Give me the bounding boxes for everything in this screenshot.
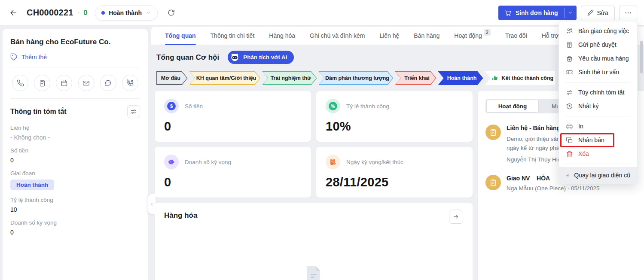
tab-hoat-dong[interactable]: Hoạt động2	[454, 27, 491, 45]
field-lien-he: Liên hệ - Không chọn -	[10, 125, 140, 141]
sidebar-collapse-handle[interactable]	[148, 194, 156, 214]
products-open-button[interactable]	[449, 210, 463, 224]
refresh-icon	[167, 9, 175, 17]
field-value: - Không chọn -	[10, 134, 140, 141]
edit-button[interactable]: Sửa	[581, 6, 615, 20]
menu-item-nhan-ban[interactable]: Nhân bản	[559, 133, 637, 147]
customize-summary-button[interactable]	[127, 105, 140, 118]
generate-order-label: Sinh đơn hàng	[516, 9, 558, 16]
activity-content: Liên hệ - Bán hàng c Demo, giới thiệu sả…	[507, 125, 565, 163]
field-value: 0	[10, 157, 140, 164]
field-ty-le: Tỷ lệ thành công 10	[10, 197, 140, 213]
sms-button[interactable]	[100, 75, 116, 91]
meeting-button[interactable]	[56, 75, 72, 91]
page-scrollbar[interactable]	[640, 41, 643, 73]
menu-item-xoa[interactable]: Xóa	[559, 147, 637, 161]
menu-item-label: Quay lại giao diện cũ	[574, 172, 630, 179]
refresh-button[interactable]	[165, 6, 177, 19]
message-dots-icon	[104, 79, 112, 87]
activity-meta: Nga Mẫuu (One.Piece) · 05/11/2025	[507, 185, 600, 192]
tab-label: Bán hàng	[414, 32, 440, 39]
topbar-actions: Sinh đơn hàng Sửa	[498, 6, 637, 20]
stage-ket-thuc-thanh-cong[interactable]: Kết thúc thành công	[485, 71, 555, 85]
generate-order-more-button[interactable]	[565, 6, 577, 20]
menu-item-yeu-cau-mua-hang[interactable]: Yêu cầu mua hàng	[559, 52, 637, 65]
field-value: 10	[10, 206, 140, 213]
record-count-badge: 0	[83, 9, 87, 17]
tab-lien-he[interactable]: Liên hệ	[379, 27, 399, 45]
metric-label: Doanh số kỳ vọng	[185, 159, 231, 165]
tag-icon	[10, 53, 18, 61]
menu-item-label: Nhật ký	[578, 103, 598, 110]
stage-label: Triển khai	[404, 75, 429, 81]
menu-item-sinh-the-tu-van[interactable]: Sinh thẻ tư vấn	[559, 65, 637, 79]
tab-ban-hang[interactable]: Bán hàng	[414, 27, 440, 45]
tab-label: Tổng quan	[165, 32, 196, 39]
metric-label: Số tiền	[185, 103, 203, 110]
stage-trai-nghiem[interactable]: Trải nghiệm thử	[262, 71, 317, 85]
sliders-icon	[566, 89, 573, 96]
call-button[interactable]	[12, 75, 28, 91]
menu-item-quay-lai-giao-dien-cu[interactable]: Quay lại giao diện cũ	[559, 167, 637, 183]
field-so-tien: Số tiền 0	[10, 147, 140, 164]
percent-icon: %	[326, 99, 340, 113]
sliders-icon	[130, 108, 137, 115]
tab-label: Liên hệ	[379, 32, 399, 39]
record-name: Bán hàng cho EcoFuture Co.	[10, 38, 140, 46]
task-button[interactable]	[34, 75, 50, 91]
back-button[interactable]	[7, 6, 20, 19]
stage-label: Hoàn thành	[447, 75, 477, 81]
generate-order-button[interactable]: Sinh đơn hàng	[498, 6, 564, 20]
trash-icon	[566, 150, 573, 158]
menu-item-label: Tùy chỉnh tóm tắt	[578, 89, 624, 96]
stage-label: KH quan tâm/Giới thiệu	[196, 75, 256, 81]
opportunity-detail-page: CH0000221 · 0 Hoàn thành Sinh đơn hàng	[0, 0, 644, 280]
metric-value: 28/11/2025	[326, 175, 463, 189]
quick-actions	[10, 74, 140, 92]
arrow-left-icon	[9, 8, 18, 18]
tab-badge: 2	[484, 29, 491, 36]
more-actions-button[interactable]	[619, 6, 637, 20]
stage-dam-phan[interactable]: Đàm phán thương lượng	[318, 71, 393, 85]
stage-hoan-thanh[interactable]: Hoàn thành	[438, 71, 483, 85]
tab-thong-tin-chi-tiet[interactable]: Thông tin chi tiết	[211, 27, 255, 45]
call-out-button[interactable]	[122, 75, 138, 91]
add-tag-button[interactable]: Thêm thẻ	[10, 53, 140, 61]
stage-kh-quan-tam[interactable]: KH quan tâm/Giới thiệu	[189, 71, 261, 85]
field-label: Tỷ lệ thành công	[10, 197, 140, 203]
divider	[10, 67, 140, 67]
phone-outgoing-icon	[126, 79, 134, 87]
tab-label: Hàng hóa	[269, 32, 295, 39]
empty-state-document-icon	[306, 265, 321, 280]
tab-trao-doi[interactable]: Trao đổi	[505, 27, 527, 45]
stage-label: Trải nghiệm thử	[271, 75, 311, 81]
tab-ghi-chu[interactable]: Ghi chú và đính kèm	[310, 27, 365, 45]
stage-label: Kết thúc thành công	[491, 75, 553, 82]
activity-line: Demo, giới thiệu sản	[507, 134, 565, 143]
menu-item-in[interactable]: In	[559, 119, 637, 133]
stage-label: Mở đầu	[161, 75, 180, 81]
tab-hang-hoa[interactable]: Hàng hóa	[269, 27, 295, 45]
menu-item-nhat-ky[interactable]: Nhật ký	[559, 99, 637, 113]
status-dropdown[interactable]: Hoàn thành	[95, 5, 158, 21]
segment-hoat-dong[interactable]: Hoạt động	[486, 100, 539, 113]
summary-header: Thông tin tóm tắt	[10, 105, 140, 118]
printer-icon	[566, 123, 573, 130]
tab-ho-tro[interactable]: Hỗ trợ	[542, 27, 559, 45]
email-button[interactable]	[78, 75, 95, 91]
document-approval-icon	[566, 41, 573, 49]
menu-item-ban-giao-cong-viec[interactable]: Bàn giao công việc	[559, 24, 637, 38]
menu-item-gui-phe-duyet[interactable]: Gửi phê duyệt	[559, 38, 637, 52]
stage-badge: Hoàn thành	[10, 180, 54, 190]
analyze-with-ai-button[interactable]: Phân tích với AI	[228, 51, 294, 64]
menu-item-tuy-chinh-tom-tat[interactable]: Tùy chỉnh tóm tắt	[559, 85, 637, 99]
record-sidebar: Bán hàng cho EcoFuture Co. Thêm thẻ	[3, 29, 148, 280]
metric-value: 0	[164, 119, 302, 134]
duplicate-icon	[566, 137, 573, 144]
thumbs-up-icon	[491, 75, 498, 82]
menu-divider	[566, 164, 630, 164]
calendar-clock-icon	[326, 155, 340, 169]
stage-trien-khai[interactable]: Triển khai	[395, 71, 436, 85]
stage-mo-dau[interactable]: Mở đầu	[156, 71, 188, 85]
tab-tong-quan[interactable]: Tổng quan	[165, 27, 196, 45]
